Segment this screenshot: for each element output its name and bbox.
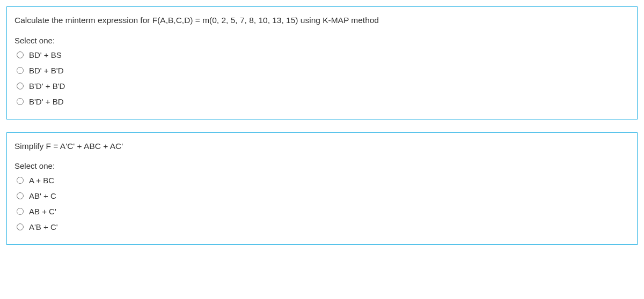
radio-icon[interactable] [17, 83, 24, 89]
option-row[interactable]: BD' + BS [14, 49, 630, 61]
radio-icon[interactable] [17, 192, 24, 199]
option-label: BD' + B'D [29, 65, 64, 76]
option-label: B'D' + BD [29, 96, 64, 107]
radio-icon[interactable] [17, 98, 24, 105]
radio-icon[interactable] [17, 177, 24, 184]
option-row[interactable]: B'D' + B'D [14, 80, 630, 92]
radio-icon[interactable] [17, 67, 24, 74]
question-prompt: Calculate the minterm expression for F(A… [14, 14, 630, 26]
select-one-label: Select one: [14, 161, 630, 170]
option-label: AB' + C [29, 190, 56, 201]
question-box-1: Calculate the minterm expression for F(A… [6, 6, 638, 119]
select-one-label: Select one: [14, 36, 630, 45]
option-label: AB + C' [29, 206, 56, 217]
radio-icon[interactable] [17, 51, 24, 58]
question-prompt: Simplify F = A'C' + ABC + AC' [14, 140, 630, 152]
option-label: B'D' + B'D [29, 80, 65, 92]
option-label: A + BC [29, 175, 54, 186]
option-row[interactable]: A'B + C' [14, 221, 630, 233]
option-row[interactable]: B'D' + BD [14, 96, 630, 107]
option-row[interactable]: AB' + C [14, 190, 630, 201]
option-row[interactable]: BD' + B'D [14, 65, 630, 76]
option-label: BD' + BS [29, 49, 62, 61]
question-box-2: Simplify F = A'C' + ABC + AC' Select one… [6, 132, 638, 245]
radio-icon[interactable] [17, 208, 24, 215]
option-label: A'B + C' [29, 221, 58, 233]
option-row[interactable]: A + BC [14, 175, 630, 186]
option-row[interactable]: AB + C' [14, 206, 630, 217]
radio-icon[interactable] [17, 223, 24, 230]
